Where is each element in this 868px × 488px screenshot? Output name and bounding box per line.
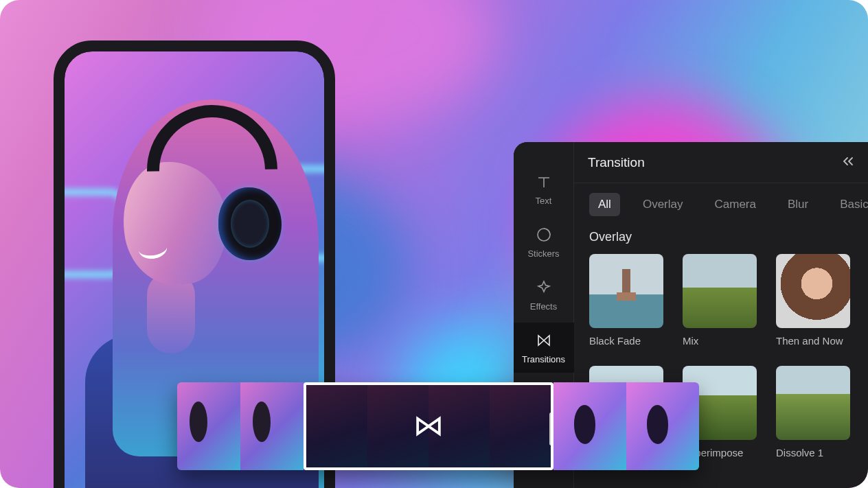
chevron-double-left-icon bbox=[842, 156, 854, 166]
transition-item[interactable]: Black Fade bbox=[589, 254, 663, 347]
tab-basic[interactable]: Basic bbox=[831, 193, 868, 216]
thumb-image bbox=[776, 366, 850, 440]
transition-badge[interactable] bbox=[413, 415, 444, 438]
thumb-label: Mix bbox=[683, 335, 757, 347]
transitions-icon bbox=[536, 332, 552, 349]
tool-text[interactable]: Text bbox=[514, 164, 574, 214]
panel-title: Transition bbox=[588, 155, 645, 170]
transition-item[interactable]: Then and Now bbox=[776, 254, 850, 347]
collapse-button[interactable] bbox=[842, 156, 854, 169]
trim-handle-right[interactable] bbox=[549, 413, 553, 445]
transitions-icon bbox=[415, 416, 442, 437]
stickers-icon bbox=[536, 226, 552, 243]
tab-all[interactable]: All bbox=[589, 193, 620, 216]
thumb-label: Then and Now bbox=[776, 335, 850, 347]
text-icon bbox=[536, 174, 552, 190]
thumb-label: Black Fade bbox=[589, 335, 663, 347]
tool-label: Transitions bbox=[522, 354, 565, 364]
transition-item[interactable]: Dissolve 1 bbox=[776, 366, 850, 458]
clip[interactable] bbox=[177, 382, 304, 470]
tool-label: Effects bbox=[530, 301, 558, 312]
clip[interactable] bbox=[553, 382, 699, 470]
tab-camera[interactable]: Camera bbox=[705, 193, 764, 216]
tab-overlay[interactable]: Overlay bbox=[634, 193, 692, 216]
timeline[interactable] bbox=[177, 382, 699, 470]
thumb-image bbox=[589, 254, 663, 328]
tool-transitions[interactable]: Transitions bbox=[514, 323, 574, 373]
tool-effects[interactable]: Effects bbox=[514, 270, 574, 320]
section-title: Overlay bbox=[574, 223, 868, 254]
tool-label: Text bbox=[536, 196, 552, 206]
transition-item[interactable]: Mix bbox=[683, 254, 757, 347]
panel-header: Transition bbox=[574, 142, 868, 183]
panel-tabs: All Overlay Camera Blur Basic bbox=[574, 183, 868, 223]
clip-selected[interactable] bbox=[304, 382, 553, 470]
tool-stickers[interactable]: Stickers bbox=[514, 217, 574, 267]
effects-icon bbox=[536, 279, 552, 296]
thumb-image bbox=[776, 254, 850, 328]
thumb-image bbox=[683, 254, 757, 328]
headphone-cup bbox=[218, 187, 282, 260]
tool-label: Stickers bbox=[527, 248, 559, 259]
thumb-label: Dissolve 1 bbox=[776, 447, 850, 458]
app-canvas: Text Stickers Effects Transitions Librar… bbox=[0, 0, 868, 488]
tab-blur[interactable]: Blur bbox=[779, 193, 817, 216]
